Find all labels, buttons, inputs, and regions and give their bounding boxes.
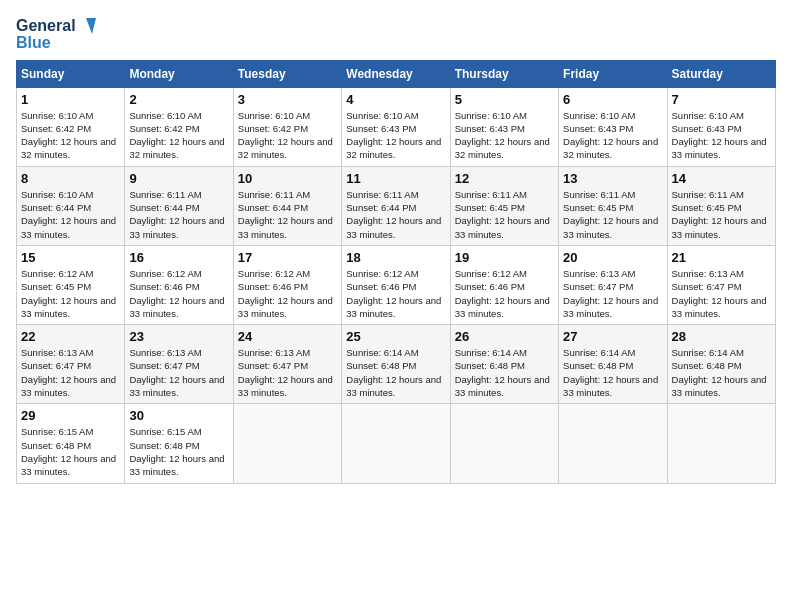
- day-info: Sunrise: 6:10 AM Sunset: 6:44 PM Dayligh…: [21, 188, 120, 241]
- table-cell: 26 Sunrise: 6:14 AM Sunset: 6:48 PM Dayl…: [450, 325, 558, 404]
- day-number: 22: [21, 329, 120, 344]
- day-number: 23: [129, 329, 228, 344]
- day-number: 14: [672, 171, 771, 186]
- day-number: 17: [238, 250, 337, 265]
- table-cell: 27 Sunrise: 6:14 AM Sunset: 6:48 PM Dayl…: [559, 325, 667, 404]
- table-cell: 1 Sunrise: 6:10 AM Sunset: 6:42 PM Dayli…: [17, 87, 125, 166]
- day-info: Sunrise: 6:10 AM Sunset: 6:43 PM Dayligh…: [346, 109, 445, 162]
- table-cell: [559, 404, 667, 483]
- day-info: Sunrise: 6:10 AM Sunset: 6:43 PM Dayligh…: [455, 109, 554, 162]
- day-number: 20: [563, 250, 662, 265]
- day-number: 24: [238, 329, 337, 344]
- header-monday: Monday: [125, 60, 233, 87]
- day-info: Sunrise: 6:13 AM Sunset: 6:47 PM Dayligh…: [129, 346, 228, 399]
- day-info: Sunrise: 6:12 AM Sunset: 6:46 PM Dayligh…: [129, 267, 228, 320]
- day-number: 9: [129, 171, 228, 186]
- header-saturday: Saturday: [667, 60, 775, 87]
- day-info: Sunrise: 6:13 AM Sunset: 6:47 PM Dayligh…: [672, 267, 771, 320]
- day-info: Sunrise: 6:15 AM Sunset: 6:48 PM Dayligh…: [129, 425, 228, 478]
- table-cell: 21 Sunrise: 6:13 AM Sunset: 6:47 PM Dayl…: [667, 245, 775, 324]
- week-row-3: 15 Sunrise: 6:12 AM Sunset: 6:45 PM Dayl…: [17, 245, 776, 324]
- day-number: 13: [563, 171, 662, 186]
- day-number: 28: [672, 329, 771, 344]
- table-cell: 23 Sunrise: 6:13 AM Sunset: 6:47 PM Dayl…: [125, 325, 233, 404]
- day-info: Sunrise: 6:11 AM Sunset: 6:45 PM Dayligh…: [563, 188, 662, 241]
- table-cell: 17 Sunrise: 6:12 AM Sunset: 6:46 PM Dayl…: [233, 245, 341, 324]
- table-cell: 13 Sunrise: 6:11 AM Sunset: 6:45 PM Dayl…: [559, 166, 667, 245]
- table-cell: 18 Sunrise: 6:12 AM Sunset: 6:46 PM Dayl…: [342, 245, 450, 324]
- logo: General Blue: [16, 16, 98, 52]
- table-cell: 9 Sunrise: 6:11 AM Sunset: 6:44 PM Dayli…: [125, 166, 233, 245]
- table-cell: 24 Sunrise: 6:13 AM Sunset: 6:47 PM Dayl…: [233, 325, 341, 404]
- day-number: 4: [346, 92, 445, 107]
- day-info: Sunrise: 6:11 AM Sunset: 6:45 PM Dayligh…: [672, 188, 771, 241]
- day-info: Sunrise: 6:13 AM Sunset: 6:47 PM Dayligh…: [563, 267, 662, 320]
- table-cell: 2 Sunrise: 6:10 AM Sunset: 6:42 PM Dayli…: [125, 87, 233, 166]
- day-number: 6: [563, 92, 662, 107]
- table-cell: 11 Sunrise: 6:11 AM Sunset: 6:44 PM Dayl…: [342, 166, 450, 245]
- day-number: 26: [455, 329, 554, 344]
- day-info: Sunrise: 6:11 AM Sunset: 6:44 PM Dayligh…: [346, 188, 445, 241]
- table-cell: 3 Sunrise: 6:10 AM Sunset: 6:42 PM Dayli…: [233, 87, 341, 166]
- day-number: 25: [346, 329, 445, 344]
- header-friday: Friday: [559, 60, 667, 87]
- table-cell: [233, 404, 341, 483]
- header-tuesday: Tuesday: [233, 60, 341, 87]
- day-info: Sunrise: 6:11 AM Sunset: 6:44 PM Dayligh…: [129, 188, 228, 241]
- table-cell: 29 Sunrise: 6:15 AM Sunset: 6:48 PM Dayl…: [17, 404, 125, 483]
- table-cell: 16 Sunrise: 6:12 AM Sunset: 6:46 PM Dayl…: [125, 245, 233, 324]
- day-number: 21: [672, 250, 771, 265]
- day-info: Sunrise: 6:14 AM Sunset: 6:48 PM Dayligh…: [563, 346, 662, 399]
- logo-blue: Blue: [16, 34, 51, 52]
- week-row-5: 29 Sunrise: 6:15 AM Sunset: 6:48 PM Dayl…: [17, 404, 776, 483]
- day-number: 30: [129, 408, 228, 423]
- day-info: Sunrise: 6:10 AM Sunset: 6:42 PM Dayligh…: [21, 109, 120, 162]
- day-info: Sunrise: 6:13 AM Sunset: 6:47 PM Dayligh…: [21, 346, 120, 399]
- day-info: Sunrise: 6:14 AM Sunset: 6:48 PM Dayligh…: [455, 346, 554, 399]
- day-number: 3: [238, 92, 337, 107]
- table-cell: 6 Sunrise: 6:10 AM Sunset: 6:43 PM Dayli…: [559, 87, 667, 166]
- day-number: 5: [455, 92, 554, 107]
- day-info: Sunrise: 6:13 AM Sunset: 6:47 PM Dayligh…: [238, 346, 337, 399]
- header-thursday: Thursday: [450, 60, 558, 87]
- day-info: Sunrise: 6:10 AM Sunset: 6:42 PM Dayligh…: [238, 109, 337, 162]
- day-number: 10: [238, 171, 337, 186]
- day-info: Sunrise: 6:12 AM Sunset: 6:45 PM Dayligh…: [21, 267, 120, 320]
- day-info: Sunrise: 6:11 AM Sunset: 6:45 PM Dayligh…: [455, 188, 554, 241]
- table-cell: 20 Sunrise: 6:13 AM Sunset: 6:47 PM Dayl…: [559, 245, 667, 324]
- day-info: Sunrise: 6:15 AM Sunset: 6:48 PM Dayligh…: [21, 425, 120, 478]
- day-number: 8: [21, 171, 120, 186]
- svg-marker-0: [86, 18, 96, 34]
- table-cell: 25 Sunrise: 6:14 AM Sunset: 6:48 PM Dayl…: [342, 325, 450, 404]
- logo-chevron-icon: [78, 16, 98, 36]
- table-cell: 5 Sunrise: 6:10 AM Sunset: 6:43 PM Dayli…: [450, 87, 558, 166]
- day-number: 2: [129, 92, 228, 107]
- calendar-table: SundayMondayTuesdayWednesdayThursdayFrid…: [16, 60, 776, 484]
- table-cell: 15 Sunrise: 6:12 AM Sunset: 6:45 PM Dayl…: [17, 245, 125, 324]
- day-number: 7: [672, 92, 771, 107]
- week-row-4: 22 Sunrise: 6:13 AM Sunset: 6:47 PM Dayl…: [17, 325, 776, 404]
- day-info: Sunrise: 6:14 AM Sunset: 6:48 PM Dayligh…: [672, 346, 771, 399]
- day-info: Sunrise: 6:12 AM Sunset: 6:46 PM Dayligh…: [455, 267, 554, 320]
- table-cell: 14 Sunrise: 6:11 AM Sunset: 6:45 PM Dayl…: [667, 166, 775, 245]
- table-cell: 30 Sunrise: 6:15 AM Sunset: 6:48 PM Dayl…: [125, 404, 233, 483]
- header: General Blue: [16, 16, 776, 52]
- day-number: 1: [21, 92, 120, 107]
- day-number: 11: [346, 171, 445, 186]
- day-info: Sunrise: 6:12 AM Sunset: 6:46 PM Dayligh…: [238, 267, 337, 320]
- day-number: 27: [563, 329, 662, 344]
- table-cell: 28 Sunrise: 6:14 AM Sunset: 6:48 PM Dayl…: [667, 325, 775, 404]
- table-cell: [450, 404, 558, 483]
- table-cell: 8 Sunrise: 6:10 AM Sunset: 6:44 PM Dayli…: [17, 166, 125, 245]
- day-number: 15: [21, 250, 120, 265]
- day-number: 29: [21, 408, 120, 423]
- table-cell: 22 Sunrise: 6:13 AM Sunset: 6:47 PM Dayl…: [17, 325, 125, 404]
- day-number: 16: [129, 250, 228, 265]
- table-cell: 19 Sunrise: 6:12 AM Sunset: 6:46 PM Dayl…: [450, 245, 558, 324]
- table-cell: [667, 404, 775, 483]
- day-info: Sunrise: 6:12 AM Sunset: 6:46 PM Dayligh…: [346, 267, 445, 320]
- header-wednesday: Wednesday: [342, 60, 450, 87]
- table-cell: 4 Sunrise: 6:10 AM Sunset: 6:43 PM Dayli…: [342, 87, 450, 166]
- day-number: 12: [455, 171, 554, 186]
- table-cell: 12 Sunrise: 6:11 AM Sunset: 6:45 PM Dayl…: [450, 166, 558, 245]
